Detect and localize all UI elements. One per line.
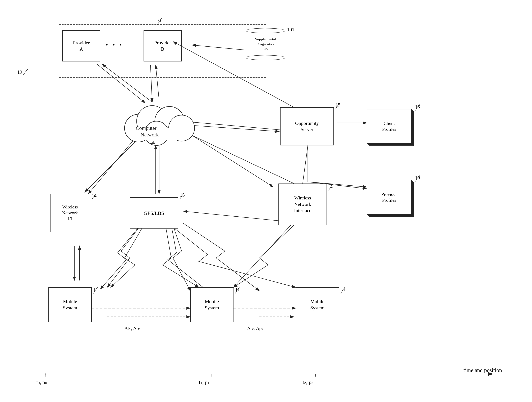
svg-line-13 xyxy=(183,130,273,187)
wireless-ni-14-box: Wireless Network I/f xyxy=(50,194,90,232)
svg-text:Network: Network xyxy=(141,132,159,137)
dots-label: • • • xyxy=(106,41,123,49)
svg-line-8 xyxy=(182,121,280,130)
mobile-system-right-box: Mobile System xyxy=(296,287,339,322)
t2-p2-label: t₂, p₂ xyxy=(303,379,313,385)
svg-line-9 xyxy=(182,125,279,132)
delta-t2-p2-label: Δt₂, Δp₂ xyxy=(247,325,264,331)
t0-p0-label: t₀, p₀ xyxy=(36,379,47,385)
t1-p1-label: t₁, p₁ xyxy=(199,379,210,385)
gps-lbs-box: GPS/LBS xyxy=(130,197,178,228)
label-101: 101 xyxy=(287,27,294,32)
provider-profiles-stack: Provider Profiles xyxy=(367,180,412,215)
mobile-system-mid-box: Mobile System xyxy=(190,287,234,322)
svg-line-21 xyxy=(234,222,294,287)
svg-text:12: 12 xyxy=(150,138,155,144)
opportunity-server-box: Opportunity Server xyxy=(280,107,334,145)
supplemental-diagnostics-cylinder: Supplemental Diagnostics Lib. xyxy=(246,27,285,61)
provider-a-box: Provider A xyxy=(62,30,100,61)
svg-text:Computer: Computer xyxy=(136,125,157,131)
computer-network-cloud: Computer Network 12 xyxy=(118,93,196,149)
provider-b-box: Provider B xyxy=(144,30,182,61)
svg-line-42 xyxy=(303,145,308,183)
svg-line-20 xyxy=(183,211,287,222)
mobile-system-left-box: Mobile System xyxy=(48,287,92,322)
delta-t1-p1-label: Δt₁, Δp₁ xyxy=(125,325,141,331)
wireless-network-interface-box: Wireless Network Interface xyxy=(279,183,327,225)
client-profiles-stack: Client Profiles xyxy=(367,109,412,144)
